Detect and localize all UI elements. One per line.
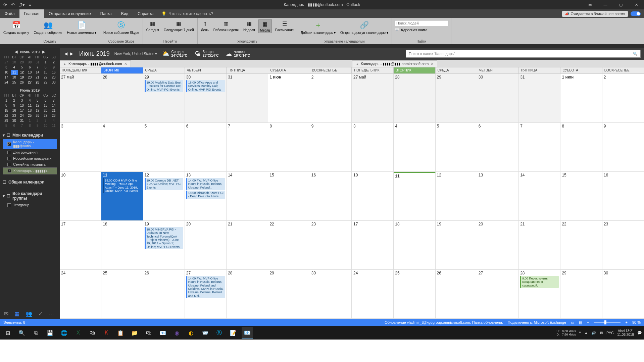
- zoom-slider[interactable]: [594, 322, 621, 323]
- zoom-out-icon[interactable]: −: [587, 320, 589, 324]
- event[interactable]: 18:00 MINERVA PGI - Updates on New Techn…: [145, 227, 183, 249]
- qat-dropdown-icon[interactable]: ⇵▾: [19, 2, 25, 7]
- ribbon-collapse-bar[interactable]: [0, 44, 644, 48]
- new-items-button[interactable]: 📄Новые элементы ▾: [66, 19, 98, 35]
- undo-icon[interactable]: ↶: [11, 2, 15, 7]
- calendar-holidays[interactable]: Российские праздники: [3, 155, 57, 161]
- add-calendar-button[interactable]: ＋Добавить календарь ▾: [299, 19, 337, 35]
- calendar-outlook[interactable]: ✓Календарь - ▮▮▮@outlo...: [3, 139, 57, 149]
- month-view-button[interactable]: ▦Месяц: [258, 19, 272, 33]
- tray-language[interactable]: РУС: [606, 331, 614, 335]
- mini-calendar-july[interactable]: Июль 2019 ПНВТСРЧТПТСБВС 1234567 8910111…: [0, 86, 60, 130]
- taskbar-app[interactable]: 📝: [228, 327, 239, 339]
- arrow-left-icon[interactable]: ◄: [356, 62, 359, 66]
- taskbar-skype[interactable]: Ⓢ: [213, 327, 225, 339]
- prev-icon[interactable]: ◀: [63, 51, 69, 56]
- people-icon[interactable]: 👥: [26, 311, 32, 317]
- location-selector[interactable]: New York, United States ▾: [114, 52, 157, 56]
- new-meeting-button[interactable]: 👥Создать собрание: [33, 19, 64, 35]
- start-button[interactable]: ⊞: [2, 327, 13, 339]
- day-view-button[interactable]: ▯День: [200, 19, 210, 33]
- calendar-family[interactable]: Семейная комната: [3, 161, 57, 167]
- tell-me-search[interactable]: 💡 Что вы хотите сделать?: [158, 9, 213, 18]
- taskbar-app[interactable]: K: [101, 327, 112, 339]
- calendar-search-input[interactable]: Поиск в папке "Календарь" 🔍: [406, 50, 641, 58]
- arrow-right-icon[interactable]: ►: [63, 62, 66, 66]
- my-calendars-header[interactable]: ▾☐Мои календари: [3, 132, 57, 139]
- tab-home[interactable]: Главная: [19, 9, 44, 18]
- prev-month-icon[interactable]: ◀: [15, 50, 17, 54]
- taskbar-app[interactable]: 📧: [157, 327, 168, 339]
- month-grid-left[interactable]: 27 май 28 2919:00 Modeling Data Best Pra…: [60, 74, 352, 319]
- search-button[interactable]: 🔍: [16, 327, 28, 339]
- schedule-view-button[interactable]: ☰Расписание: [274, 19, 295, 33]
- event[interactable]: 19:00 Cosmos DB .NET SDK v3; Online; MVP…: [145, 178, 183, 190]
- tab-view[interactable]: Вид: [116, 9, 133, 18]
- tray-volume-icon[interactable]: 🔊: [591, 331, 596, 335]
- tray-notifications-icon[interactable]: 💬: [637, 331, 642, 335]
- calendar-tab-right[interactable]: ◄ Календарь - ▮▮▮▮@▮▮▮.onmicrosoft.com ✕: [352, 60, 437, 67]
- taskbar-app[interactable]: 🛍: [143, 327, 154, 339]
- tab-help[interactable]: Справка: [133, 9, 158, 18]
- find-people-input[interactable]: [395, 20, 448, 26]
- tray-chevron-icon[interactable]: ^: [579, 331, 581, 335]
- tray-app-icon[interactable]: ▲: [584, 331, 588, 335]
- minimize-icon[interactable]: —: [598, 0, 613, 9]
- calendar-nav-icon[interactable]: ▦: [14, 311, 19, 317]
- event[interactable]: 18:00 Office Apps and Services Monthly C…: [186, 80, 225, 92]
- taskbar-app[interactable]: ◉: [171, 327, 183, 339]
- tab-folder[interactable]: Папка: [96, 9, 116, 18]
- event[interactable]: 18:00 CDM MVP Online Meeting – "MSIX App…: [103, 178, 141, 193]
- share-calendar-button[interactable]: 🔗Открыть доступ к календарю ▾: [339, 19, 390, 35]
- month-grid-right[interactable]: 27 май 28 29 30 31 1 июн 2 3 4 5 6 7 8 9…: [352, 74, 644, 319]
- next7days-button[interactable]: ▦Следующие 7 дней: [162, 19, 195, 33]
- tab-sendrecv[interactable]: Отправка и получение: [44, 9, 95, 18]
- calendar-tab-left[interactable]: ► Календарь - ▮▮▮▮@outlook.com ✕: [60, 60, 131, 67]
- calendar-birthdays[interactable]: Дни рождения: [3, 149, 57, 155]
- group-calendars-header[interactable]: ▾☐Все календари группы: [3, 190, 57, 202]
- calendar-testgroup[interactable]: Testgroup: [3, 202, 57, 208]
- mini-calendar-june[interactable]: ◀Июнь 2019▶ ПНВТСРЧТПТСБВС 272829303112 …: [0, 48, 60, 86]
- taskview-button[interactable]: ⧉: [30, 327, 42, 339]
- taskbar-app[interactable]: 📋: [115, 327, 126, 339]
- close-tab-icon[interactable]: ✕: [431, 62, 434, 66]
- event[interactable]: 19:00 Modeling Data Best Practices for C…: [145, 80, 183, 92]
- event[interactable]: 14:00 FW: MVP Office Hours in Russia, Be…: [186, 276, 225, 298]
- taskbar-app[interactable]: 💾: [44, 327, 56, 339]
- view-list-icon[interactable]: ▤: [579, 320, 582, 325]
- new-appointment-button[interactable]: 📅Создать встречу: [2, 19, 31, 35]
- view-normal-icon[interactable]: ▭: [571, 320, 574, 325]
- taskbar-store[interactable]: 🛍: [87, 327, 98, 339]
- tasks-icon[interactable]: ✓: [38, 311, 43, 317]
- taskbar-app[interactable]: 🌐: [58, 327, 70, 339]
- qat-customize-icon[interactable]: ≡: [29, 2, 32, 7]
- ribbon-display-icon[interactable]: ▭: [582, 0, 598, 9]
- taskbar-excel[interactable]: X: [72, 327, 84, 339]
- week-view-button[interactable]: ▦Неделя: [242, 19, 256, 33]
- close-icon[interactable]: ✕: [629, 0, 644, 9]
- taskbar-outlook[interactable]: 📧: [242, 327, 253, 339]
- next-icon[interactable]: ▶: [69, 51, 75, 56]
- next-month-icon[interactable]: ▶: [42, 50, 45, 54]
- mail-icon[interactable]: ✉: [4, 311, 8, 317]
- coming-soon-toggle[interactable]: [631, 11, 641, 16]
- skype-meeting-button[interactable]: ⓈНовое собрание Skype: [102, 19, 141, 35]
- zoom-in-icon[interactable]: +: [625, 320, 627, 324]
- maximize-icon[interactable]: ▢: [613, 0, 629, 9]
- calendar-onmicrosoft[interactable]: ✓Календарь - ▮▮▮▮▮k...: [3, 167, 57, 174]
- workweek-view-button[interactable]: ▥Рабочая неделя: [212, 19, 240, 33]
- tab-file[interactable]: Файл: [0, 9, 19, 18]
- address-book-button[interactable]: 📖Адресная книга: [395, 28, 448, 32]
- tray-network-icon[interactable]: 🖥: [599, 331, 603, 335]
- today-button[interactable]: ▦Сегодня: [145, 19, 160, 33]
- refresh-icon[interactable]: ⟳: [3, 2, 7, 7]
- close-tab-icon[interactable]: ✕: [124, 62, 127, 66]
- event[interactable]: 9:00 Переключить кондиционер в серверной…: [520, 276, 559, 288]
- taskbar-app[interactable]: 📨: [199, 327, 211, 339]
- taskbar-explorer[interactable]: 📁: [129, 327, 140, 339]
- taskbar-edge[interactable]: ◐: [185, 327, 197, 339]
- event[interactable]: 14:00 FW: MVP Office Hours in Russia, Be…: [186, 178, 225, 190]
- shared-calendars-header[interactable]: ☐Общие календари: [3, 178, 57, 186]
- more-icon[interactable]: ⋯: [49, 311, 54, 317]
- event[interactable]: 18:00 Microsoft Azure PGI - Deep Dive in…: [186, 191, 225, 199]
